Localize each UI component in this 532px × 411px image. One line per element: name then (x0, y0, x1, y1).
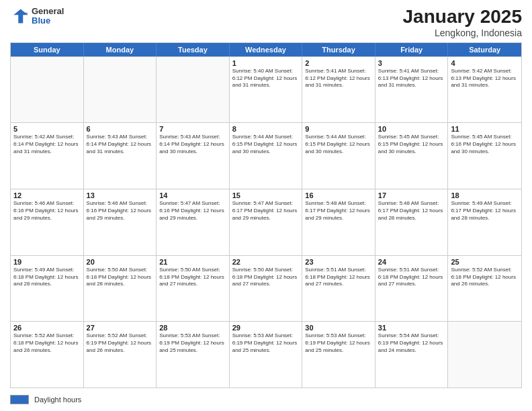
day-info: Sunrise: 5:43 AM Sunset: 6:14 PM Dayligh… (159, 134, 226, 155)
calendar-day-11: 11Sunrise: 5:45 AM Sunset: 6:16 PM Dayli… (448, 123, 521, 189)
day-number: 29 (232, 324, 300, 332)
day-number: 12 (13, 191, 81, 199)
calendar-day-27: 27Sunrise: 5:52 AM Sunset: 6:19 PM Dayli… (84, 322, 157, 387)
daylight-swatch (10, 395, 29, 404)
footer: Daylight hours (10, 392, 522, 404)
day-number: 11 (451, 125, 519, 133)
day-number: 17 (378, 191, 445, 199)
title-block: January 2025 Lengkong, Indonesia (403, 7, 522, 38)
header-day-tuesday: Tuesday (157, 43, 230, 56)
calendar-day-31: 31Sunrise: 5:54 AM Sunset: 6:19 PM Dayli… (375, 322, 449, 387)
calendar-empty-cell (84, 57, 157, 123)
calendar-day-5: 5Sunrise: 5:42 AM Sunset: 6:14 PM Daylig… (11, 123, 84, 189)
calendar-day-29: 29Sunrise: 5:53 AM Sunset: 6:19 PM Dayli… (230, 322, 303, 387)
day-number: 23 (305, 258, 372, 266)
page-subtitle: Lengkong, Indonesia (403, 28, 522, 38)
day-number: 10 (378, 125, 445, 133)
day-info: Sunrise: 5:48 AM Sunset: 6:17 PM Dayligh… (305, 200, 372, 222)
calendar-day-30: 30Sunrise: 5:53 AM Sunset: 6:19 PM Dayli… (302, 322, 375, 387)
day-info: Sunrise: 5:52 AM Sunset: 6:19 PM Dayligh… (87, 332, 154, 354)
day-number: 21 (159, 258, 226, 266)
calendar-day-10: 10Sunrise: 5:45 AM Sunset: 6:15 PM Dayli… (375, 123, 449, 189)
day-number: 7 (159, 125, 226, 133)
day-number: 9 (305, 125, 372, 133)
calendar-week-5: 26Sunrise: 5:52 AM Sunset: 6:18 PM Dayli… (11, 321, 521, 387)
calendar-day-12: 12Sunrise: 5:46 AM Sunset: 6:16 PM Dayli… (11, 189, 84, 255)
logo-text: General Blue (32, 7, 64, 26)
day-info: Sunrise: 5:50 AM Sunset: 6:18 PM Dayligh… (87, 267, 154, 288)
day-info: Sunrise: 5:50 AM Sunset: 6:18 PM Dayligh… (232, 267, 300, 288)
header-day-monday: Monday (84, 43, 157, 56)
logo-general: General (32, 7, 64, 16)
calendar-day-7: 7Sunrise: 5:43 AM Sunset: 6:14 PM Daylig… (157, 123, 230, 189)
day-number: 1 (232, 59, 300, 67)
day-info: Sunrise: 5:52 AM Sunset: 6:18 PM Dayligh… (451, 267, 519, 288)
calendar: SundayMondayTuesdayWednesdayThursdayFrid… (10, 42, 522, 388)
calendar-day-22: 22Sunrise: 5:50 AM Sunset: 6:18 PM Dayli… (230, 256, 303, 322)
logo-icon (10, 7, 29, 26)
calendar-day-18: 18Sunrise: 5:49 AM Sunset: 6:17 PM Dayli… (448, 189, 521, 255)
day-number: 15 (232, 191, 300, 199)
day-number: 22 (232, 258, 300, 266)
day-number: 4 (451, 59, 519, 67)
header: General Blue January 2025 Lengkong, Indo… (10, 7, 522, 38)
calendar-week-2: 5Sunrise: 5:42 AM Sunset: 6:14 PM Daylig… (11, 122, 521, 189)
calendar-day-6: 6Sunrise: 5:43 AM Sunset: 6:14 PM Daylig… (84, 123, 157, 189)
day-info: Sunrise: 5:41 AM Sunset: 6:12 PM Dayligh… (305, 68, 372, 89)
day-number: 30 (305, 324, 372, 332)
day-number: 28 (159, 324, 226, 332)
day-info: Sunrise: 5:53 AM Sunset: 6:19 PM Dayligh… (305, 332, 372, 354)
page: General Blue January 2025 Lengkong, Indo… (0, 0, 532, 411)
header-day-thursday: Thursday (302, 43, 375, 56)
day-info: Sunrise: 5:43 AM Sunset: 6:14 PM Dayligh… (87, 134, 154, 155)
day-number: 19 (13, 258, 81, 266)
calendar-day-17: 17Sunrise: 5:48 AM Sunset: 6:17 PM Dayli… (375, 189, 449, 255)
calendar-day-20: 20Sunrise: 5:50 AM Sunset: 6:18 PM Dayli… (84, 256, 157, 322)
calendar-day-19: 19Sunrise: 5:49 AM Sunset: 6:18 PM Dayli… (11, 256, 84, 322)
calendar-day-9: 9Sunrise: 5:44 AM Sunset: 6:15 PM Daylig… (302, 123, 375, 189)
calendar-day-8: 8Sunrise: 5:44 AM Sunset: 6:15 PM Daylig… (230, 123, 303, 189)
day-info: Sunrise: 5:45 AM Sunset: 6:15 PM Dayligh… (378, 134, 445, 155)
calendar-day-13: 13Sunrise: 5:46 AM Sunset: 6:16 PM Dayli… (84, 189, 157, 255)
calendar-day-4: 4Sunrise: 5:42 AM Sunset: 6:13 PM Daylig… (448, 57, 521, 123)
day-number: 8 (232, 125, 300, 133)
day-info: Sunrise: 5:49 AM Sunset: 6:17 PM Dayligh… (451, 200, 519, 222)
day-number: 25 (451, 258, 519, 266)
day-number: 18 (451, 191, 519, 199)
day-info: Sunrise: 5:47 AM Sunset: 6:17 PM Dayligh… (232, 200, 300, 222)
day-info: Sunrise: 5:50 AM Sunset: 6:18 PM Dayligh… (159, 267, 226, 288)
header-day-wednesday: Wednesday (230, 43, 303, 56)
logo-blue: Blue (32, 16, 64, 26)
calendar-empty-cell (157, 57, 230, 123)
day-number: 20 (87, 258, 154, 266)
calendar-day-15: 15Sunrise: 5:47 AM Sunset: 6:17 PM Dayli… (230, 189, 303, 255)
day-number: 24 (378, 258, 445, 266)
calendar-body: 1Sunrise: 5:40 AM Sunset: 6:12 PM Daylig… (11, 56, 521, 387)
day-info: Sunrise: 5:47 AM Sunset: 6:16 PM Dayligh… (159, 200, 226, 222)
day-number: 26 (13, 324, 81, 332)
svg-marker-0 (13, 9, 28, 24)
calendar-day-28: 28Sunrise: 5:53 AM Sunset: 6:19 PM Dayli… (157, 322, 230, 387)
day-number: 16 (305, 191, 372, 199)
calendar-week-4: 19Sunrise: 5:49 AM Sunset: 6:18 PM Dayli… (11, 255, 521, 322)
calendar-day-23: 23Sunrise: 5:51 AM Sunset: 6:18 PM Dayli… (302, 256, 375, 322)
header-day-friday: Friday (375, 43, 449, 56)
calendar-day-2: 2Sunrise: 5:41 AM Sunset: 6:12 PM Daylig… (302, 57, 375, 123)
calendar-day-25: 25Sunrise: 5:52 AM Sunset: 6:18 PM Dayli… (448, 256, 521, 322)
day-info: Sunrise: 5:46 AM Sunset: 6:16 PM Dayligh… (13, 200, 81, 222)
calendar-day-14: 14Sunrise: 5:47 AM Sunset: 6:16 PM Dayli… (157, 189, 230, 255)
day-info: Sunrise: 5:42 AM Sunset: 6:13 PM Dayligh… (451, 68, 519, 89)
calendar-day-21: 21Sunrise: 5:50 AM Sunset: 6:18 PM Dayli… (157, 256, 230, 322)
day-info: Sunrise: 5:54 AM Sunset: 6:19 PM Dayligh… (378, 332, 445, 354)
header-day-saturday: Saturday (448, 43, 521, 56)
calendar-empty-cell (448, 322, 521, 387)
day-number: 2 (305, 59, 372, 67)
day-info: Sunrise: 5:40 AM Sunset: 6:12 PM Dayligh… (232, 68, 300, 89)
day-number: 27 (87, 324, 154, 332)
day-number: 6 (87, 125, 154, 133)
calendar-week-3: 12Sunrise: 5:46 AM Sunset: 6:16 PM Dayli… (11, 189, 521, 255)
day-number: 14 (159, 191, 226, 199)
day-number: 13 (87, 191, 154, 199)
day-info: Sunrise: 5:42 AM Sunset: 6:14 PM Dayligh… (13, 134, 81, 155)
footer-label: Daylight hours (34, 396, 81, 404)
